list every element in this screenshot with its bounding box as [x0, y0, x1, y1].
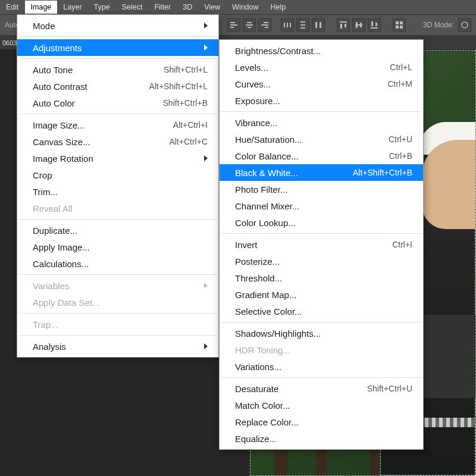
menu-gradient-map[interactable]: Gradient Map...: [220, 286, 423, 303]
menu-mode[interactable]: Mode: [17, 17, 218, 34]
chevron-right-icon: [204, 283, 208, 289]
menu-calculations[interactable]: Calculations...: [17, 255, 218, 272]
menu-selective-color[interactable]: Selective Color...: [220, 303, 423, 320]
svg-point-30: [462, 22, 468, 28]
svg-rect-29: [400, 26, 403, 29]
svg-rect-17: [340, 21, 347, 23]
menu-canvas-size[interactable]: Canvas Size...Alt+Ctrl+C: [17, 133, 218, 150]
svg-rect-3: [247, 22, 252, 23]
menu-color-lookup[interactable]: Color Lookup...: [220, 214, 423, 231]
menu-analysis[interactable]: Analysis: [17, 338, 218, 355]
distribute-top-icon[interactable]: [337, 18, 350, 32]
menu-apply-data-set: Apply Data Set...: [17, 294, 218, 311]
menu-help[interactable]: Help: [265, 1, 292, 14]
distribute-hc-icon[interactable]: [312, 18, 325, 32]
svg-rect-7: [261, 24, 268, 26]
svg-rect-16: [320, 22, 321, 28]
menu-auto-tone[interactable]: Auto ToneShift+Ctrl+L: [17, 61, 218, 78]
menu-select[interactable]: Select: [116, 1, 149, 14]
menu-variables: Variables: [17, 277, 218, 294]
svg-rect-8: [265, 27, 268, 28]
menu-type[interactable]: Type: [88, 1, 116, 14]
face-shape: [422, 140, 475, 229]
svg-rect-13: [300, 24, 305, 26]
align-center-icon[interactable]: [243, 18, 256, 32]
menu-curves[interactable]: Curves...Ctrl+M: [220, 76, 423, 92]
distribute-bottom-icon[interactable]: [368, 18, 381, 32]
menu-desaturate[interactable]: DesaturateShift+Ctrl+U: [220, 380, 423, 397]
menu-edit[interactable]: Edit: [0, 1, 25, 14]
distribute-h-icon[interactable]: [281, 18, 294, 32]
svg-rect-1: [230, 24, 237, 26]
svg-rect-27: [400, 21, 403, 24]
svg-rect-18: [340, 24, 342, 29]
adjustments-submenu: Brightness/Contrast... Levels...Ctrl+L C…: [219, 39, 424, 450]
menu-trim[interactable]: Trim...: [17, 183, 218, 200]
svg-rect-25: [375, 23, 377, 26]
menu-apply-image[interactable]: Apply Image...: [17, 239, 218, 255]
svg-rect-2: [230, 27, 234, 28]
menu-view[interactable]: View: [198, 1, 226, 14]
svg-rect-5: [248, 27, 251, 28]
svg-rect-24: [371, 21, 373, 26]
menu-hue-saturation[interactable]: Hue/Saturation...Ctrl+U: [220, 131, 423, 148]
menu-reveal-all: Reveal All: [17, 200, 218, 217]
svg-rect-0: [230, 22, 235, 23]
chevron-right-icon: [204, 23, 208, 29]
menu-window[interactable]: Window: [226, 1, 264, 14]
menu-channel-mixer[interactable]: Channel Mixer...: [220, 198, 423, 214]
distribute-middle-icon[interactable]: [352, 18, 365, 32]
menu-threshold[interactable]: Threshold...: [220, 270, 423, 286]
menu-photo-filter[interactable]: Photo Filter...: [220, 181, 423, 198]
svg-rect-21: [356, 22, 358, 28]
svg-rect-6: [264, 22, 268, 23]
menu-levels[interactable]: Levels...Ctrl+L: [220, 59, 423, 76]
menu-auto-color[interactable]: Auto ColorShift+Ctrl+B: [17, 95, 218, 111]
svg-rect-14: [300, 27, 305, 29]
menu-brightness-contrast[interactable]: Brightness/Contrast...: [220, 42, 423, 59]
menu-auto-contrast[interactable]: Auto ContrastAlt+Shift+Ctrl+L: [17, 78, 218, 95]
auto-align-icon[interactable]: [393, 18, 406, 32]
menu-image[interactable]: Image: [25, 1, 58, 14]
menu-invert[interactable]: InvertCtrl+I: [220, 236, 423, 253]
align-right-icon[interactable]: [258, 18, 271, 32]
menu-match-color[interactable]: Match Color...: [220, 397, 423, 414]
menu-image-size[interactable]: Image Size...Alt+Ctrl+I: [17, 117, 218, 133]
chevron-right-icon: [204, 155, 208, 161]
image-menu: Mode Adjustments Auto ToneShift+Ctrl+L A…: [17, 14, 219, 358]
svg-rect-28: [396, 26, 399, 29]
menu-vibrance[interactable]: Vibrance...: [220, 114, 423, 131]
svg-rect-15: [315, 22, 317, 28]
menu-variations[interactable]: Variations...: [220, 358, 423, 375]
svg-rect-26: [396, 21, 399, 24]
distribute-v-icon[interactable]: [296, 18, 309, 32]
menu-3d[interactable]: 3D: [177, 1, 198, 14]
svg-rect-11: [290, 23, 291, 27]
svg-rect-19: [345, 24, 346, 27]
3d-orbit-icon[interactable]: [458, 18, 471, 32]
menu-layer[interactable]: Layer: [57, 1, 87, 14]
menu-crop[interactable]: Crop: [17, 167, 218, 183]
svg-rect-9: [284, 23, 285, 27]
menu-hdr-toning: HDR Toning...: [220, 342, 423, 358]
chevron-right-icon: [204, 343, 208, 349]
menu-color-balance[interactable]: Color Balance...Ctrl+B: [220, 148, 423, 164]
menu-replace-color[interactable]: Replace Color...: [220, 414, 423, 430]
chevron-right-icon: [204, 45, 208, 51]
menu-adjustments[interactable]: Adjustments: [17, 39, 218, 56]
menu-posterize[interactable]: Posterize...: [220, 253, 423, 270]
menu-duplicate[interactable]: Duplicate...: [17, 222, 218, 239]
menu-equalize[interactable]: Equalize...: [220, 430, 423, 447]
menu-black-white[interactable]: Black & White...Alt+Shift+Ctrl+B: [220, 164, 423, 181]
3d-mode-label: 3D Mode:: [421, 21, 456, 29]
align-left-icon[interactable]: [227, 18, 240, 32]
menubar: Edit Image Layer Type Select Filter 3D V…: [0, 0, 476, 14]
svg-rect-22: [360, 23, 362, 27]
menu-image-rotation[interactable]: Image Rotation: [17, 150, 218, 167]
menu-shadows-highlights[interactable]: Shadows/Highlights...: [220, 325, 423, 342]
menu-exposure[interactable]: Exposure...: [220, 92, 423, 109]
menu-filter[interactable]: Filter: [148, 1, 177, 14]
svg-rect-10: [287, 23, 288, 27]
svg-rect-23: [371, 27, 378, 29]
svg-rect-12: [300, 21, 305, 23]
